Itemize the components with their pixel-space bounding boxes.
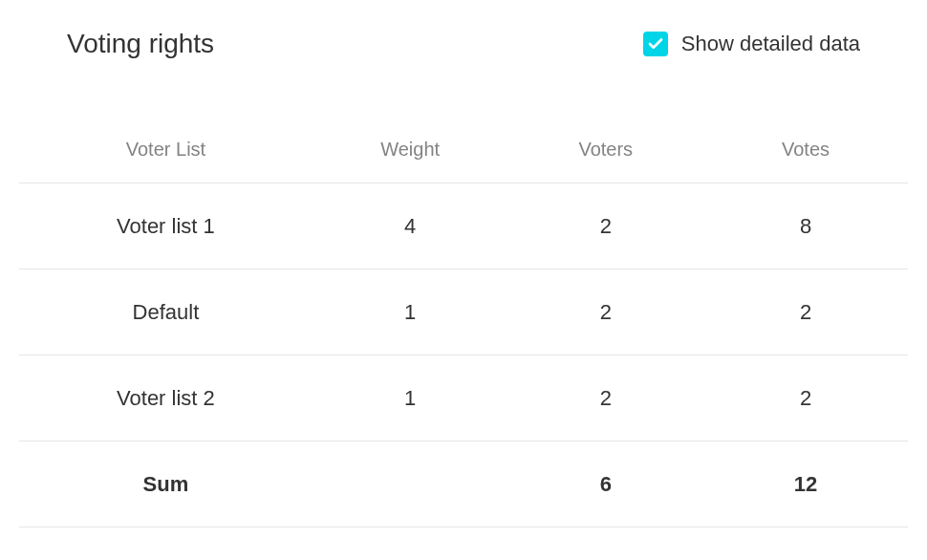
column-header-voter-list: Voter List [19,139,313,161]
cell-votes: 2 [703,300,908,325]
cell-weight: 1 [313,300,508,325]
table-row: Voter list 2 1 2 2 [19,355,908,442]
cell-voter-list: Voter list 1 [19,214,313,239]
checkbox-checked-icon [643,32,668,56]
cell-votes: 2 [703,386,908,411]
cell-votes: 8 [703,214,908,239]
sum-voters: 6 [507,472,703,497]
table-header-row: Voter List Weight Voters Votes [19,117,908,183]
table-sum-row: Sum 6 12 [19,442,908,528]
page-title: Voting rights [67,29,214,59]
cell-voter-list: Default [19,300,313,325]
column-header-weight: Weight [313,139,508,161]
cell-weight: 1 [313,386,508,411]
cell-voters: 2 [507,300,703,325]
sum-votes: 12 [703,472,908,497]
column-header-voters: Voters [507,139,703,161]
header: Voting rights Show detailed data [10,29,917,59]
checkbox-label: Show detailed data [681,32,860,56]
cell-voters: 2 [507,386,703,411]
sum-label: Sum [19,472,313,497]
column-header-votes: Votes [703,139,908,161]
table-row: Default 1 2 2 [19,269,908,355]
show-detailed-data-toggle[interactable]: Show detailed data [643,32,860,56]
cell-weight: 4 [313,214,508,239]
voting-rights-table: Voter List Weight Voters Votes Voter lis… [10,117,917,528]
cell-voters: 2 [507,214,703,239]
cell-voter-list: Voter list 2 [19,386,313,411]
table-row: Voter list 1 4 2 8 [19,183,908,269]
